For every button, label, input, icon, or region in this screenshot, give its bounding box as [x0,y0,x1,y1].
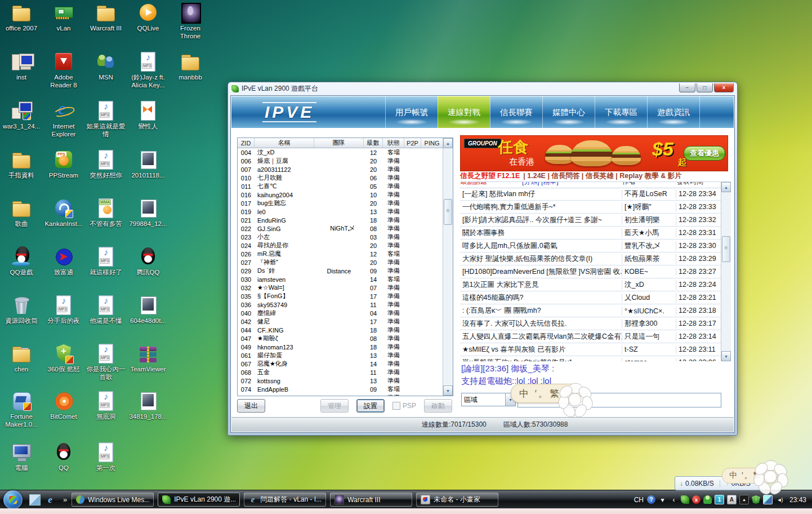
desktop-icon[interactable]: 799884_12... [127,198,169,228]
table-row[interactable]: 006燥底｜豆腐20準備 [238,157,453,165]
table-row[interactable]: 023小左03準備 [238,233,453,241]
vlan-tray-icon[interactable] [681,495,689,504]
table-row[interactable]: 017bug生難忘20準備 [238,199,453,207]
nav-tab[interactable]: 連線對戰 [438,96,490,128]
player-table-scrollbar[interactable]: ▲ ▼ [443,138,453,396]
ime-kb-icon[interactable]: ▲ [739,495,749,504]
banner-cta-button[interactable]: 查看優惠 [684,146,725,161]
table-row[interactable]: 026mR.惡魔12客場 [238,250,453,258]
nav-tab[interactable]: 下載專區 [595,96,647,128]
scroll-thumb[interactable] [722,236,730,262]
topic-row[interactable]: 沒有事了. 大家可以入去玩信長拉.那裡拿30012-28 23:17 [460,317,721,330]
table-row[interactable]: 061腸仔加蛋13準備 [238,351,453,360]
nobunaga-version-link[interactable]: 信長之野望 F12.1E [460,171,520,181]
table-row[interactable]: 042健尼17準備 [238,317,453,326]
table-row[interactable]: 068五金11準備 [238,368,453,376]
column-header[interactable]: 名稱 [255,138,314,148]
nav-tab[interactable]: 信長聯賽 [490,96,542,128]
desktop-icon[interactable]: vLan [43,2,84,33]
desktop-icon[interactable]: QQ [43,442,84,472]
desktop-icon[interactable]: 電腦 [1,442,42,472]
desktop-icon[interactable]: 手指資料 [1,149,42,180]
topic-row[interactable]: 大家好 聖誕快樂,紙包蘋果茶的信長文章(I)紙包蘋果茶12-28 23:29 [460,252,721,265]
table-row[interactable]: 004汶_xD12客場 [238,148,453,157]
minimize-button[interactable]: − [679,83,695,92]
desktop-icon[interactable]: MP3第一次 [85,442,127,472]
desktop-icon[interactable]: Frozen Throne [169,2,211,41]
desktop-icon[interactable]: BitComet [43,391,84,421]
taskbar-button[interactable]: IPvE vLan 2900 遊... [158,493,240,507]
topic-list-scrollbar[interactable]: ▲ ▼ [721,182,731,361]
taskbar-button[interactable]: Windows Live Mes... [72,493,154,507]
ime-floating-bar[interactable]: 中 ′。繁 [722,468,778,484]
desktop-icon[interactable]: 20101118... [127,149,169,180]
taskbar-button[interactable]: e問題解答 ◦ vLan - I... [244,493,326,507]
topic-row[interactable]: 這樣的45能贏的嗎?乂Cloud12-28 23:21 [460,291,721,304]
desktop-icon[interactable]: QQ遊戲 [1,246,42,277]
window-titlebar[interactable]: IPvE vLan 2900 遊戲平台 − □ × [228,82,737,95]
table-row[interactable]: 076準備 [238,393,453,396]
scroll-down-icon[interactable]: ▼ [721,351,731,361]
ime-bar[interactable]: 中 ′。繁 [511,384,581,403]
desktop-icon[interactable]: Internet Explorer [43,100,84,139]
topic-row[interactable]: [一起來] 怒批vlan mh仔不再是LoSeR12-28 23:34 [460,188,721,201]
table-row[interactable]: 074EndAppleB09客場 [238,385,453,393]
desktop-icon[interactable]: war3_1_24... [1,100,42,131]
table-row[interactable]: 035§【FonG】17準備 [238,292,453,300]
table-row[interactable]: 040塵憶緯04準備 [238,309,453,317]
scroll-up-icon[interactable]: ▲ [443,138,453,148]
desktop-icon[interactable]: WMA不管有多苦 [85,198,127,228]
table-row[interactable]: 067惡魔★化身14準備 [238,360,453,368]
table-row[interactable]: 019le013準備 [238,207,453,216]
desktop-icon[interactable]: PPSPPStream [43,149,84,180]
table-row[interactable]: 027『神爺″20準備 [238,258,453,267]
desktop-icon[interactable]: MP3(鈴)Jay-z ft. Alicia Key... [127,51,169,90]
topic-row[interactable]: 關於本團事務藍天★小馬12-28 23:31 [460,227,721,240]
ad-banner[interactable]: GROUPON 任食 在香港 $5 起 查看優惠 [460,135,728,171]
desktop-icon[interactable]: MP3就這樣好了 [85,246,127,277]
nav-tab[interactable]: 遊戲資訊 [647,96,700,128]
ie-quicklaunch-icon[interactable]: e [45,495,55,505]
column-header[interactable]: 團隊 [314,138,364,148]
table-row[interactable]: 047★期盼ζ08準備 [238,334,453,343]
desktop-icon[interactable]: MSN [85,51,127,82]
desktop-icon[interactable]: chen [1,343,42,374]
start-button[interactable]: 啟動 [424,399,452,413]
help-icon[interactable]: ? [647,495,655,504]
scroll-thumb[interactable] [444,199,452,225]
scroll-up-icon[interactable]: ▲ [721,182,731,192]
column-header[interactable]: PING [421,138,443,148]
desktop-icon[interactable]: Adobe Reader 8 [43,51,84,90]
topic-row[interactable]: : (:百鳥居κ﹀ 團 團戰mh?°★sIUChC×.12-28 23:18 [460,304,721,317]
desktop-icon[interactable]: TeamViewer [127,343,169,374]
table-row[interactable]: 021EnduRinG18準備 [238,216,453,224]
exit-button[interactable]: 退出 [237,399,265,413]
table-row[interactable]: 011七喜℃05準備 [238,182,453,190]
ime-language-label[interactable]: CH [634,496,644,504]
table-row[interactable]: 072kottssng13準備 [238,376,453,385]
topic-row[interactable]: ★sMIlEζ vs 喜羊與灰狼 已有影片t-SZ12-28 23:11 [460,343,721,356]
desktop-icon[interactable]: MP3他還是不懂 [85,295,127,325]
table-row[interactable]: 030iamsteven14客場 [238,275,453,283]
manage-button[interactable]: 管理 [320,399,349,413]
column-header[interactable]: ZID [238,138,255,148]
update-icon[interactable]: ↑ [752,495,760,504]
desktop-icon[interactable]: Warcraft III [85,2,127,33]
desktop-icon[interactable]: 致富通 [43,246,84,277]
table-row[interactable]: 036sky95374911準備 [238,300,453,309]
ime-mode-icon[interactable]: 1 [715,495,724,504]
desktop-icon[interactable]: Fortune Maker1.0... [1,391,42,429]
desktop-icon[interactable]: inst [1,51,42,82]
topic-row[interactable]: 咁多比人屈mh,只係放圖,0霸氣豐乳不改乄12-28 23:30 [460,240,721,252]
table-row[interactable]: 029Ds `鋅Distance09準備 [238,267,453,275]
taskbar-clock[interactable]: 23:43 [789,496,806,504]
desktop-icon[interactable]: MP3分手后的夜 [43,295,84,325]
volume-icon[interactable]: ◄) [775,495,784,504]
settings-button[interactable]: 設置 [356,399,385,413]
table-row[interactable]: 044CF..KING18準備 [238,326,453,334]
desktop-icon[interactable]: 34819_178... [127,391,169,421]
topic-row[interactable]: [影片]請大家認真品評.. 今次服仔+道三 多謝~初生潘明樂12-28 23:3… [460,214,721,227]
taskbar-button[interactable]: 未命名 - 小畫家 [416,493,498,507]
table-row[interactable]: 024尋找的是你20準備 [238,241,453,250]
lang-bar-icon[interactable]: ▾ [658,495,667,504]
